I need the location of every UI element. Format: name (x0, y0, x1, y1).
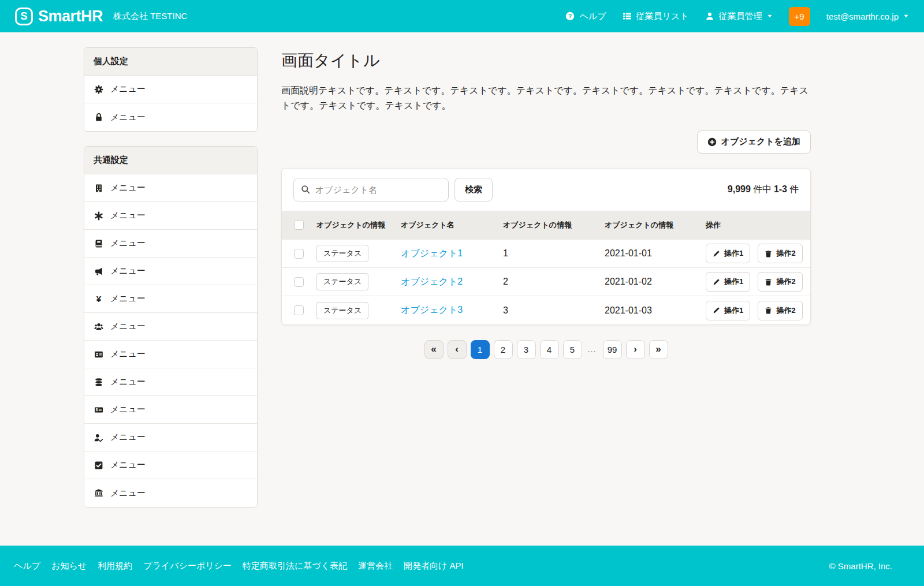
sidebar: 個人設定 メニュー メニュー 共通設定 メニュー メニュー メニュー メニュー … (84, 47, 258, 546)
object-link[interactable]: オブジェクト1 (401, 248, 463, 258)
nav-employee-admin-label: 従業員管理 (719, 11, 762, 22)
smarthr-logo-icon: S (15, 8, 33, 25)
sidebar-item[interactable]: メニュー (84, 230, 257, 257)
result-range: 1-3 (774, 184, 787, 194)
copyright: © SmartHR, Inc. (829, 561, 892, 571)
object-link[interactable]: オブジェクト2 (401, 277, 463, 286)
sidebar-item-label: メニュー (110, 488, 146, 499)
nav-help[interactable]: ? ヘルプ (565, 11, 606, 22)
user-check-icon (94, 433, 104, 442)
search-input[interactable] (315, 185, 441, 195)
sidebar-section: 個人設定 メニュー メニュー (84, 47, 258, 132)
trash-icon (765, 278, 772, 286)
sidebar-item-label: メニュー (110, 321, 146, 332)
app-header: S SmartHR 株式会社 TESTINC ? ヘルプ 従業員リスト 従業員管… (0, 0, 924, 32)
action1-button[interactable]: 操作1 (706, 244, 750, 263)
sidebar-item[interactable]: メニュー (84, 479, 257, 507)
nav-help-label: ヘルプ (579, 11, 606, 22)
footer-link-6[interactable]: 開発者向け API (404, 561, 464, 572)
sidebar-item[interactable]: メニュー (84, 202, 257, 230)
column-header: オブジェクトの情報 (498, 211, 600, 240)
sidebar-item-label: メニュー (110, 404, 146, 415)
page-button-5[interactable]: 5 (563, 340, 582, 359)
sidebar-item[interactable]: メニュー (84, 103, 257, 131)
next-page-button[interactable]: › (626, 340, 645, 359)
first-page-button[interactable]: « (424, 340, 444, 359)
footer-link-0[interactable]: ヘルプ (14, 561, 40, 572)
sidebar-item[interactable]: メニュー (84, 368, 257, 396)
account-menu[interactable]: test@smarthr.co.jp (826, 12, 909, 21)
money-check-icon: $ (94, 405, 104, 415)
result-total: 9,999 (728, 184, 751, 194)
object-link[interactable]: オブジェクト3 (401, 305, 463, 315)
table-header-row: オブジェクトの情報オブジェクト名オブジェクトの情報オブジェクトの情報操作 (282, 211, 810, 240)
row-checkbox[interactable] (294, 249, 304, 259)
page-button-99[interactable]: 99 (603, 340, 622, 359)
prev-page-button[interactable]: ‹ (448, 340, 467, 359)
user-icon (705, 12, 714, 21)
sidebar-item[interactable]: メニュー (84, 257, 257, 285)
building-icon (94, 184, 104, 193)
nav-employee-list-label: 従業員リスト (636, 11, 689, 22)
smarthr-logo[interactable]: S SmartHR (15, 8, 103, 25)
select-all-checkbox[interactable] (294, 220, 304, 230)
date-cell: 2021-01-02 (600, 268, 701, 296)
sidebar-item[interactable]: メニュー (84, 424, 257, 451)
trash-icon (765, 307, 772, 314)
footer-link-5[interactable]: 運営会社 (358, 561, 393, 572)
sidebar-item-label: メニュー (110, 376, 146, 387)
yen-icon: ¥ (94, 294, 104, 303)
page-button-2[interactable]: 2 (494, 340, 513, 359)
sidebar-item-label: メニュー (110, 238, 146, 249)
footer-link-3[interactable]: プライバシーポリシー (143, 561, 232, 572)
sidebar-item-label: メニュー (110, 182, 146, 193)
page-title: 画面タイトル (281, 50, 811, 72)
search-button[interactable]: 検索 (454, 178, 493, 201)
action1-button[interactable]: 操作1 (706, 301, 750, 320)
sidebar-item[interactable]: メニュー (84, 76, 257, 103)
database-icon (94, 378, 104, 387)
svg-text:?: ? (568, 13, 572, 20)
sidebar-item[interactable]: ¥ メニュー (84, 285, 257, 313)
row-checkbox[interactable] (294, 277, 304, 287)
sidebar-item-label: メニュー (110, 266, 146, 277)
bullhorn-icon (94, 267, 104, 276)
row-checkbox[interactable] (294, 305, 304, 315)
plus-circle-icon (707, 137, 717, 147)
nav-employee-admin[interactable]: 従業員管理 (705, 11, 773, 22)
footer-link-2[interactable]: 利用規約 (98, 561, 132, 572)
date-cell: 2021-01-03 (600, 296, 701, 324)
main-content: 画面タイトル 画面説明テキストです。テキストです。テキストです。テキストです。テ… (281, 47, 811, 546)
asterisk-icon (94, 211, 104, 221)
sidebar-item[interactable]: $ メニュー (84, 396, 257, 424)
page-button-1[interactable]: 1 (471, 340, 490, 359)
sidebar-item[interactable]: メニュー (84, 174, 257, 202)
action1-button[interactable]: 操作1 (706, 272, 750, 292)
page-description: 画面説明テキストです。テキストです。テキストです。テキストです。テキストです。テ… (281, 83, 811, 113)
caret-down-icon (767, 13, 773, 19)
page-button-3[interactable]: 3 (517, 340, 536, 359)
sidebar-item[interactable]: メニュー (84, 451, 257, 479)
column-header: オブジェクト名 (396, 211, 498, 240)
info-cell: 1 (498, 240, 600, 268)
notification-badge[interactable]: +9 (789, 7, 810, 26)
search-icon (301, 185, 310, 194)
lock-icon (94, 113, 104, 122)
last-page-button[interactable]: » (649, 340, 668, 359)
object-list-panel: 検索 9,999件中1-3件 オブジェクトの情報オブジェクト名オブジェクトの情報… (281, 168, 811, 325)
pencil-icon (713, 307, 720, 314)
table-row: ステータス オブジェクト3 3 2021-01-03 操作1 操作2 (282, 296, 810, 324)
footer-link-1[interactable]: お知らせ (51, 561, 87, 572)
page-button-4[interactable]: 4 (540, 340, 559, 359)
sidebar-item[interactable]: メニュー (84, 313, 257, 341)
add-object-button[interactable]: オブジェクトを追加 (697, 130, 811, 154)
footer-link-4[interactable]: 特定商取引法に基づく表記 (243, 561, 347, 572)
action2-button[interactable]: 操作2 (758, 244, 802, 263)
action2-button[interactable]: 操作2 (758, 301, 802, 320)
nav-employee-list[interactable]: 従業員リスト (623, 11, 689, 22)
search-box[interactable] (293, 178, 449, 201)
question-circle-icon: ? (565, 12, 575, 21)
action2-button[interactable]: 操作2 (758, 272, 802, 292)
sidebar-item-label: メニュー (110, 210, 146, 221)
sidebar-item[interactable]: メニュー (84, 341, 257, 368)
